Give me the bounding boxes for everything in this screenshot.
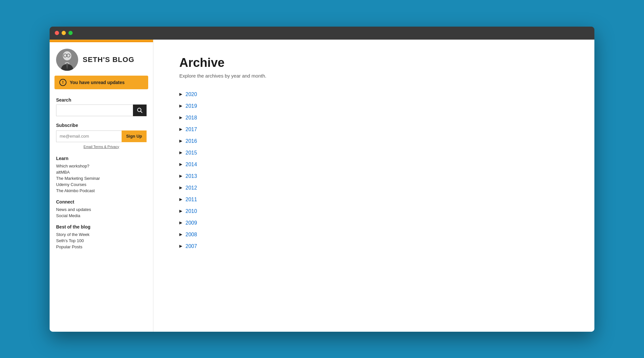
nav-link-workshop[interactable]: Which workshop? <box>56 163 147 169</box>
archive-item: ▶2011 <box>179 197 568 203</box>
learn-heading: Learn <box>56 156 147 161</box>
archive-year-link[interactable]: 2016 <box>185 138 197 144</box>
archive-arrow-icon[interactable]: ▶ <box>179 185 182 190</box>
search-section: Search <box>50 94 153 119</box>
nav-link-popular[interactable]: Popular Posts <box>56 244 147 250</box>
connect-section: Connect News and updates Social Media <box>50 195 153 220</box>
nav-link-udemy[interactable]: Udemy Courses <box>56 181 147 188</box>
sidebar-logo-area: SETH'S BLOG <box>50 42 153 76</box>
archive-arrow-icon[interactable]: ▶ <box>179 150 182 155</box>
connect-heading: Connect <box>56 199 147 204</box>
nav-link-story-of-week[interactable]: Story of the Week <box>56 231 147 238</box>
subscribe-row: Sign Up <box>50 130 153 142</box>
archive-year-link[interactable]: 2008 <box>185 232 197 238</box>
search-row <box>56 105 147 116</box>
archive-arrow-icon[interactable]: ▶ <box>179 92 182 97</box>
archive-item: ▶2018 <box>179 115 568 121</box>
signup-button[interactable]: Sign Up <box>122 130 147 142</box>
archive-arrow-icon[interactable]: ▶ <box>179 174 182 179</box>
archive-item: ▶2013 <box>179 173 568 179</box>
archive-item: ▶2015 <box>179 150 568 156</box>
archive-arrow-icon[interactable]: ▶ <box>179 104 182 108</box>
avatar <box>56 49 78 71</box>
unread-banner[interactable]: ! You have unread updates <box>54 76 148 89</box>
browser-content: SETH'S BLOG ! You have unread updates Se… <box>50 40 594 332</box>
traffic-light-yellow[interactable] <box>62 31 66 35</box>
archive-arrow-icon[interactable]: ▶ <box>179 197 182 202</box>
archive-year-link[interactable]: 2014 <box>185 162 197 167</box>
archive-item: ▶2010 <box>179 208 568 214</box>
traffic-light-green[interactable] <box>68 31 73 35</box>
subscribe-label: Subscribe <box>50 119 153 128</box>
archive-arrow-icon[interactable]: ▶ <box>179 220 182 225</box>
archive-arrow-icon[interactable]: ▶ <box>179 244 182 249</box>
archive-year-link[interactable]: 2010 <box>185 208 197 214</box>
traffic-light-red[interactable] <box>55 31 59 35</box>
sidebar: SETH'S BLOG ! You have unread updates Se… <box>50 40 153 332</box>
archive-item: ▶2017 <box>179 127 568 132</box>
page-subtitle: Explore the archives by year and month. <box>179 73 568 79</box>
archive-year-link[interactable]: 2019 <box>185 103 197 109</box>
email-input[interactable] <box>56 130 122 142</box>
blog-title: SETH'S BLOG <box>83 56 134 64</box>
nav-link-top-100[interactable]: Seth's Top 100 <box>56 238 147 244</box>
archive-list: ▶2020▶2019▶2018▶2017▶2016▶2015▶2014▶2013… <box>179 92 568 249</box>
exclamation-icon: ! <box>59 79 66 86</box>
archive-item: ▶2009 <box>179 220 568 226</box>
search-label: Search <box>56 97 147 103</box>
email-terms: Email Terms & Privacy <box>50 144 153 152</box>
archive-item: ▶2012 <box>179 185 568 191</box>
archive-item: ▶2019 <box>179 103 568 109</box>
browser-toolbar <box>50 27 594 40</box>
archive-item: ▶2016 <box>179 138 568 144</box>
nav-link-altmba[interactable]: altMBA <box>56 169 147 175</box>
archive-year-link[interactable]: 2007 <box>185 243 197 249</box>
page-title: Archive <box>179 56 568 70</box>
svg-line-7 <box>141 111 142 113</box>
archive-item: ▶2020 <box>179 92 568 97</box>
best-heading: Best of the blog <box>56 224 147 229</box>
sidebar-header-bar <box>50 40 153 42</box>
archive-year-link[interactable]: 2012 <box>185 185 197 191</box>
nav-link-social[interactable]: Social Media <box>56 213 147 219</box>
nav-link-akimbo[interactable]: The Akimbo Podcast <box>56 188 147 194</box>
best-section: Best of the blog Story of the Week Seth'… <box>50 220 153 252</box>
archive-year-link[interactable]: 2018 <box>185 115 197 121</box>
browser-window: SETH'S BLOG ! You have unread updates Se… <box>50 27 594 332</box>
nav-link-news[interactable]: News and updates <box>56 206 147 213</box>
search-button[interactable] <box>133 105 147 116</box>
search-input[interactable] <box>56 105 133 116</box>
archive-year-link[interactable]: 2013 <box>185 173 197 179</box>
archive-item: ▶2007 <box>179 243 568 249</box>
archive-item: ▶2008 <box>179 232 568 238</box>
archive-year-link[interactable]: 2017 <box>185 127 197 132</box>
archive-year-link[interactable]: 2009 <box>185 220 197 226</box>
email-terms-link[interactable]: Email Terms & Privacy <box>84 145 119 149</box>
archive-arrow-icon[interactable]: ▶ <box>179 209 182 214</box>
search-icon <box>137 107 143 113</box>
main-content: Archive Explore the archives by year and… <box>153 40 594 332</box>
archive-year-link[interactable]: 2011 <box>185 197 197 203</box>
learn-section: Learn Which workshop? altMBA The Marketi… <box>50 152 153 195</box>
archive-item: ▶2014 <box>179 162 568 167</box>
archive-arrow-icon[interactable]: ▶ <box>179 139 182 143</box>
archive-year-link[interactable]: 2020 <box>185 92 197 97</box>
unread-text: You have unread updates <box>70 80 125 85</box>
archive-year-link[interactable]: 2015 <box>185 150 197 156</box>
archive-arrow-icon[interactable]: ▶ <box>179 162 182 167</box>
archive-arrow-icon[interactable]: ▶ <box>179 115 182 120</box>
archive-arrow-icon[interactable]: ▶ <box>179 127 182 132</box>
nav-link-marketing-seminar[interactable]: The Marketing Seminar <box>56 175 147 181</box>
archive-arrow-icon[interactable]: ▶ <box>179 232 182 237</box>
